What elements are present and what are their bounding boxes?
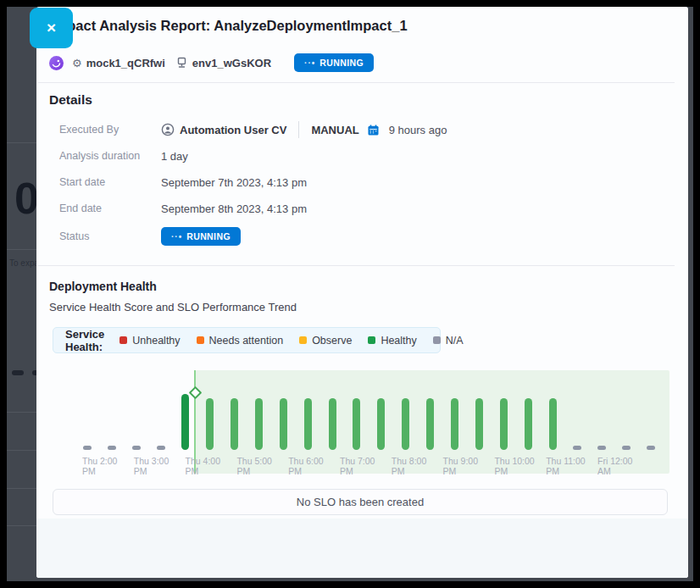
health-bar-na — [108, 446, 116, 451]
underlay-divider — [7, 142, 37, 143]
underlay-divider — [7, 525, 37, 526]
health-bar-healthy — [451, 398, 458, 450]
status-badge-label: RUNNING — [319, 58, 364, 68]
legend-swatch-icon — [299, 336, 307, 344]
environment-tag: env1_wGsKOR — [192, 57, 271, 69]
legend-item-label: Observe — [312, 335, 352, 347]
status-badge: ··• RUNNING — [294, 53, 374, 72]
close-icon: × — [47, 19, 56, 37]
deployment-health-heading: Deployment Health — [49, 280, 157, 293]
harness-avatar-icon — [49, 56, 64, 70]
underlay-divider — [7, 412, 37, 413]
legend-items: UnhealthyNeeds attentionObserveHealthyN/… — [119, 335, 479, 347]
x-axis-tick-label: Thu 5:00PM — [236, 457, 271, 476]
calendar-icon — [368, 125, 379, 136]
service-health-legend: Service Health: UnhealthyNeeds attention… — [53, 327, 441, 353]
underlay-bar-stub — [12, 370, 24, 375]
health-bar-healthy — [402, 398, 409, 450]
trigger-type: MANUAL — [311, 124, 358, 136]
x-axis-tick-label: Thu 9:00PM — [443, 457, 478, 476]
health-bar-healthy — [181, 394, 189, 450]
health-bar-healthy — [426, 398, 434, 450]
legend-swatch-icon — [197, 336, 204, 344]
slo-empty-state: No SLO has been created — [53, 489, 668, 515]
health-bar-healthy — [549, 398, 557, 450]
health-bar-healthy — [525, 398, 532, 450]
vertical-separator — [298, 121, 299, 138]
legend-item-label: N/A — [446, 335, 464, 347]
x-axis-tick-label: Thu 11:00PM — [546, 457, 586, 476]
legend-title: Service Health: — [65, 328, 104, 353]
legend-swatch-icon — [433, 336, 441, 344]
underlay-partial-text: To expa — [9, 258, 39, 268]
report-meta-row: ⚙ mock1_qCRfwi env1_wGsKOR ··• RUNNING — [49, 53, 374, 73]
health-chart: Thu 2:00PMThu 3:00PMThu 4:00PMThu 5:00PM… — [53, 366, 669, 476]
x-axis-tick-label: Thu 3:00PM — [134, 457, 169, 476]
health-bar-na — [157, 446, 165, 451]
legend-swatch-icon — [368, 336, 375, 344]
legend-item-label: Unhealthy — [132, 335, 180, 347]
executed-by-label: Executed By — [59, 124, 161, 136]
x-axis-tick-label: Thu 6:00PM — [288, 457, 323, 476]
start-date-row: Start date September 7th 2023, 4:13 pm — [59, 173, 307, 191]
underlay-divider — [7, 249, 37, 250]
legend-item: Observe — [299, 335, 352, 347]
end-date-row: End date September 8th 2023, 4:13 pm — [59, 199, 307, 218]
section-divider — [38, 265, 675, 266]
service-tag: mock1_qCRfwi — [86, 57, 165, 69]
health-bar-healthy — [280, 398, 287, 450]
close-modal-button[interactable]: × — [30, 8, 73, 48]
environment-icon — [176, 57, 187, 69]
x-axis-tick-label: Thu 8:00PM — [392, 457, 426, 476]
executed-by-user: Automation User CV — [180, 124, 286, 136]
legend-item: Needs attention — [197, 335, 284, 347]
page-title: Impact Analysis Report: AnalyzeDeploymen… — [51, 18, 408, 34]
details-heading: Details — [49, 92, 92, 108]
health-bar-healthy — [255, 398, 263, 450]
running-spinner-dots: ··• — [171, 232, 182, 241]
modal-footer-area — [36, 519, 688, 578]
header-divider — [38, 82, 675, 83]
health-bar-na — [573, 446, 581, 451]
status-row-badge-label: RUNNING — [186, 231, 231, 241]
user-icon — [161, 123, 175, 136]
x-axis-tick-label: Thu 10:00PM — [494, 457, 534, 476]
underlay-divider — [7, 450, 37, 451]
analysis-duration-row: Analysis duration 1 day — [59, 147, 188, 165]
health-bar-healthy — [500, 398, 508, 450]
legend-item-label: Healthy — [381, 335, 416, 347]
x-axis-tick-label: Thu 4:00PM — [186, 457, 220, 476]
deployment-health-subtitle: Service Health Score and SLO Performance… — [49, 301, 297, 313]
legend-item: Unhealthy — [119, 335, 180, 347]
underlay-divider — [7, 488, 37, 489]
legend-item: N/A — [433, 335, 464, 347]
legend-swatch-icon — [119, 336, 127, 344]
status-row: Status ··• RUNNING — [59, 227, 241, 246]
health-bar-healthy — [206, 398, 214, 450]
slo-empty-message: No SLO has been created — [297, 496, 424, 508]
health-bar-na — [647, 446, 655, 451]
x-axis-tick-label: Thu 7:00PM — [340, 457, 375, 476]
executed-time: 9 hours ago — [389, 124, 447, 136]
health-bar-healthy — [329, 398, 336, 450]
health-bar-healthy — [231, 398, 238, 450]
health-bar-na — [622, 446, 631, 451]
legend-item: Healthy — [368, 335, 416, 347]
service-gear-icon: ⚙ — [72, 58, 82, 69]
health-bar-healthy — [377, 398, 385, 450]
running-spinner-dots: ··• — [304, 58, 315, 68]
x-axis-tick-label: Fri 12:00AM — [597, 457, 632, 476]
health-bar-na — [597, 446, 606, 451]
health-bar-healthy — [353, 398, 360, 450]
health-bar-healthy — [475, 398, 483, 450]
x-axis-tick-label: Thu 2:00PM — [82, 457, 117, 476]
analysis-duration-value: 1 day — [161, 150, 188, 163]
start-date-label: Start date — [59, 176, 161, 188]
executed-by-row: Executed By Automation User CV MANUAL — [59, 120, 447, 139]
end-date-label: End date — [59, 202, 161, 214]
health-bar-healthy — [304, 398, 312, 450]
status-row-badge: ··• RUNNING — [161, 227, 241, 246]
underlay-big-number: 0 — [14, 176, 39, 220]
status-label: Status — [59, 230, 161, 242]
start-date-value: September 7th 2023, 4:13 pm — [161, 176, 307, 189]
